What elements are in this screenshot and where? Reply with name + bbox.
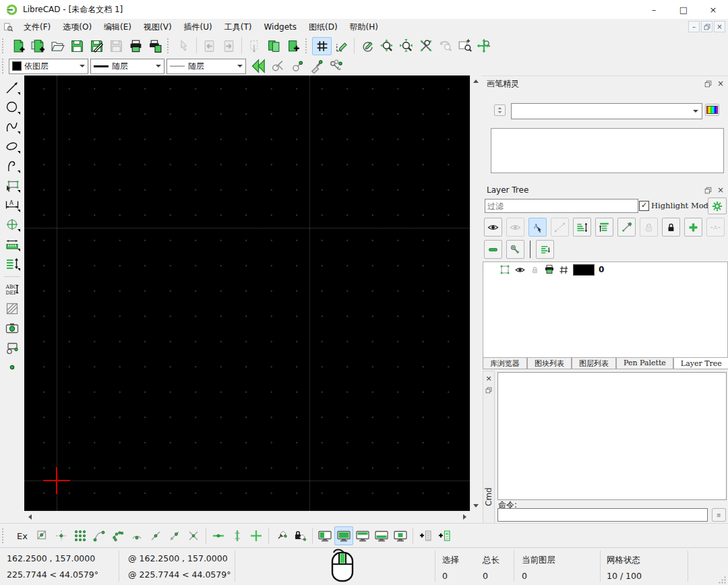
close-icon[interactable]: × [698, 0, 728, 19]
menu-file[interactable]: 文件(F) [18, 20, 57, 35]
unlock-all-icon[interactable] [640, 218, 658, 237]
mdi-close-icon[interactable]: × [714, 21, 725, 32]
visible-current-icon[interactable] [484, 218, 502, 237]
pen-of-layer-icon[interactable] [617, 218, 636, 237]
color-combobox[interactable]: 依图层 [9, 59, 88, 74]
paste-button[interactable] [284, 37, 303, 55]
add-layer-icon[interactable] [684, 218, 702, 237]
set-relative-zero-icon[interactable] [272, 526, 291, 545]
color-swatch[interactable] [573, 264, 595, 276]
snap-distance-icon[interactable] [165, 526, 184, 545]
pen-wizard-combobox[interactable] [511, 103, 702, 119]
construction-toggle-icon[interactable] [551, 218, 569, 237]
back-chevrons-button[interactable] [248, 57, 268, 75]
modify-tool-button[interactable] [2, 215, 22, 234]
tab-layer-list[interactable]: 图层列表 [572, 358, 616, 369]
updown-icon[interactable] [494, 104, 506, 116]
modify-layer-icon[interactable] [506, 240, 524, 259]
float-dock-icon[interactable] [704, 80, 712, 88]
snap-grid-icon[interactable] [52, 526, 71, 545]
pen-apply-button[interactable] [307, 57, 326, 75]
eye-icon[interactable] [514, 264, 526, 276]
menu-button-icon[interactable]: ≡ [712, 508, 726, 522]
hatch-tool-button[interactable] [2, 299, 22, 318]
mdi-minimize-icon[interactable]: – [688, 21, 700, 32]
lock-all-icon[interactable] [662, 218, 680, 237]
draft-mode-button[interactable] [332, 37, 351, 55]
pen-wizard-header[interactable]: 画笔精灵 × [483, 77, 728, 90]
close-dock-icon[interactable]: × [717, 185, 724, 195]
highlight-mode-checkbox[interactable]: ✓ [639, 201, 649, 211]
restrict-horizontal-icon[interactable] [209, 526, 228, 545]
layer-filter-input[interactable] [485, 199, 638, 213]
pen-wizard-list[interactable] [491, 128, 724, 173]
dimension-tool-button[interactable]: A [2, 195, 22, 214]
polyline-tool-button[interactable] [2, 156, 22, 175]
sort-ascending-icon[interactable] [573, 218, 591, 237]
zoom-window-button[interactable] [455, 37, 475, 55]
resize-grip-icon[interactable] [718, 576, 727, 584]
view-left-icon[interactable] [315, 526, 334, 545]
new-document-button[interactable] [9, 37, 28, 55]
select-tool-button[interactable] [2, 176, 22, 195]
vertical-scrollbar[interactable] [470, 75, 481, 511]
tab-library-browser[interactable]: 库浏览器 [483, 358, 527, 369]
entity-pick-button[interactable] [287, 57, 307, 75]
menu-edit[interactable]: 编辑(E) [98, 20, 138, 35]
remove-layer-icon[interactable] [484, 240, 502, 259]
gear-icon[interactable] [708, 197, 727, 214]
view-window-icon[interactable] [334, 526, 353, 545]
zoom-auto-button[interactable] [416, 37, 435, 55]
add-pen-dock-icon[interactable] [435, 526, 454, 545]
save-as-button[interactable] [87, 37, 107, 55]
menu-drawings[interactable]: 图纸(D) [303, 20, 344, 35]
menu-options[interactable]: 选项(O) [57, 20, 98, 35]
open-file-button[interactable] [48, 37, 67, 55]
child-window-icon[interactable] [3, 22, 13, 32]
scroll-down-icon[interactable] [471, 500, 481, 511]
lock-icon[interactable] [530, 265, 540, 275]
layer-row[interactable]: 0 [483, 262, 727, 277]
command-history[interactable] [497, 372, 727, 500]
float-dock-icon[interactable] [485, 387, 492, 394]
drawing-canvas[interactable] [24, 75, 470, 511]
minimize-icon[interactable]: – [639, 0, 669, 19]
print-icon[interactable] [544, 264, 555, 275]
lock-relative-zero-icon[interactable] [291, 526, 309, 545]
layer-tree-header[interactable]: Layer Tree × [483, 183, 728, 197]
toolbar-handle[interactable] [167, 38, 171, 53]
menu-view[interactable]: 视图(V) [138, 20, 178, 35]
scroll-right-icon[interactable] [459, 512, 470, 522]
mdi-restore-icon[interactable] [701, 21, 712, 32]
match-attributes-icon[interactable]: A [528, 218, 547, 237]
snap-center-icon[interactable] [127, 526, 146, 545]
copy-button[interactable] [264, 37, 284, 55]
toolbar-handle[interactable] [305, 38, 309, 53]
menu-widgets[interactable]: Widgets [257, 20, 303, 34]
save-button[interactable] [67, 37, 87, 55]
close-dock-icon[interactable]: × [717, 79, 724, 88]
line-tool-button[interactable] [2, 78, 22, 97]
print-button[interactable] [126, 37, 146, 55]
action-handle-button[interactable] [268, 57, 287, 75]
zoom-in-button[interactable] [377, 37, 396, 55]
scroll-left-icon[interactable] [24, 512, 35, 522]
zoom-pan-button[interactable] [475, 37, 494, 55]
grid-toggle-button[interactable] [312, 37, 332, 55]
zoom-out-button[interactable] [396, 37, 416, 55]
attributes-icon[interactable]: A [706, 218, 725, 237]
line-width-combobox[interactable]: 随层 [90, 59, 164, 74]
restrict-vertical-icon[interactable] [228, 526, 247, 545]
line-type-combobox[interactable]: 随层 [166, 59, 246, 74]
tab-pen-palette[interactable]: Pen Palette [616, 358, 673, 369]
horizontal-scrollbar[interactable] [24, 511, 470, 522]
toolbar-handle[interactable] [2, 528, 6, 543]
snap-intersection-icon[interactable] [184, 526, 203, 545]
tab-layer-tree[interactable]: Layer Tree [673, 358, 728, 369]
snap-grid-points-icon[interactable] [71, 526, 90, 545]
view-bottom-icon[interactable] [372, 526, 391, 545]
toolbar-handle[interactable] [2, 59, 6, 73]
toolbar-handle[interactable] [2, 38, 6, 53]
float-dock-icon[interactable] [704, 187, 712, 194]
export-layers-icon[interactable] [536, 240, 554, 259]
